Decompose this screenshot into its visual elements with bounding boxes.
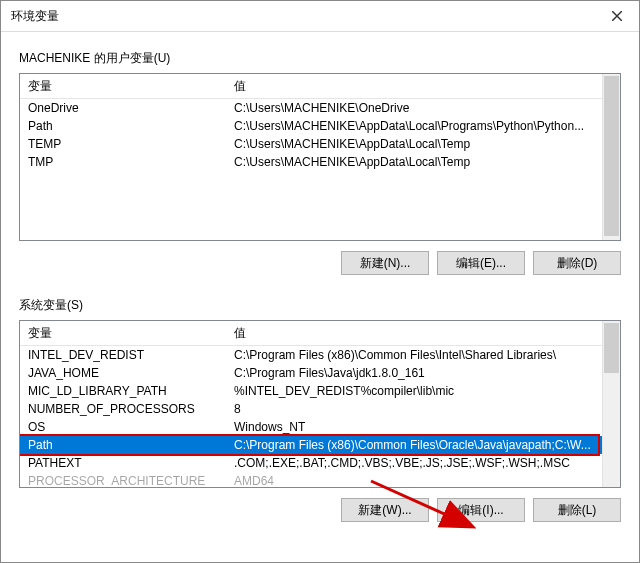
system-vars-list-inner: 变量 值 INTEL_DEV_REDIST C:\Program Files (…: [20, 321, 602, 487]
user-vars-headers: 变量 值: [20, 74, 602, 99]
var-value: C:\Users\MACHENIKE\AppData\Local\Temp: [226, 137, 602, 151]
table-row[interactable]: TEMP C:\Users\MACHENIKE\AppData\Local\Te…: [20, 135, 602, 153]
var-name: INTEL_DEV_REDIST: [20, 348, 226, 362]
table-row[interactable]: PROCESSOR_ARCHITECTURE AMD64: [20, 472, 602, 487]
system-edit-button[interactable]: 编辑(I)...: [437, 498, 525, 522]
var-name: JAVA_HOME: [20, 366, 226, 380]
var-value: Windows_NT: [226, 420, 602, 434]
var-name: Path: [20, 438, 226, 452]
user-vars-list-inner: 变量 值 OneDrive C:\Users\MACHENIKE\OneDriv…: [20, 74, 602, 240]
var-value: AMD64: [226, 474, 602, 487]
close-button[interactable]: [594, 1, 639, 31]
var-value: 8: [226, 402, 602, 416]
table-row[interactable]: NUMBER_OF_PROCESSORS 8: [20, 400, 602, 418]
col-header-value[interactable]: 值: [226, 78, 602, 95]
var-value: C:\Users\MACHENIKE\AppData\Local\Temp: [226, 155, 602, 169]
var-value: C:\Program Files (x86)\Common Files\Orac…: [226, 438, 602, 452]
system-delete-button[interactable]: 删除(L): [533, 498, 621, 522]
var-name: Path: [20, 119, 226, 133]
var-value: C:\Program Files (x86)\Common Files\Inte…: [226, 348, 602, 362]
system-vars-headers: 变量 值: [20, 321, 602, 346]
table-row[interactable]: Path C:\Users\MACHENIKE\AppData\Local\Pr…: [20, 117, 602, 135]
scroll-thumb[interactable]: [604, 323, 619, 373]
system-new-button[interactable]: 新建(W)...: [341, 498, 429, 522]
close-icon: [612, 11, 622, 21]
scrollbar[interactable]: [602, 74, 620, 240]
var-name: OS: [20, 420, 226, 434]
system-vars-list[interactable]: 变量 值 INTEL_DEV_REDIST C:\Program Files (…: [19, 320, 621, 488]
table-row[interactable]: MIC_LD_LIBRARY_PATH %INTEL_DEV_REDIST%co…: [20, 382, 602, 400]
table-row[interactable]: OneDrive C:\Users\MACHENIKE\OneDrive: [20, 99, 602, 117]
var-value: C:\Users\MACHENIKE\OneDrive: [226, 101, 602, 115]
col-header-name[interactable]: 变量: [20, 78, 226, 95]
user-delete-button[interactable]: 删除(D): [533, 251, 621, 275]
col-header-name[interactable]: 变量: [20, 325, 226, 342]
table-row[interactable]: PATHEXT .COM;.EXE;.BAT;.CMD;.VBS;.VBE;.J…: [20, 454, 602, 472]
var-name: OneDrive: [20, 101, 226, 115]
var-name: PATHEXT: [20, 456, 226, 470]
table-row-selected[interactable]: Path C:\Program Files (x86)\Common Files…: [20, 436, 602, 454]
var-value: .COM;.EXE;.BAT;.CMD;.VBS;.VBE;.JS;.JSE;.…: [226, 456, 602, 470]
system-vars-buttons: 新建(W)... 编辑(I)... 删除(L): [19, 498, 621, 522]
titlebar: 环境变量: [1, 1, 639, 32]
env-vars-dialog: 环境变量 MACHENIKE 的用户变量(U) 变量 值 OneDrive C:…: [0, 0, 640, 563]
table-row[interactable]: INTEL_DEV_REDIST C:\Program Files (x86)\…: [20, 346, 602, 364]
user-vars-label: MACHENIKE 的用户变量(U): [19, 50, 621, 67]
scroll-thumb[interactable]: [604, 76, 619, 236]
var-value: C:\Users\MACHENIKE\AppData\Local\Program…: [226, 119, 602, 133]
user-vars-buttons: 新建(N)... 编辑(E)... 删除(D): [19, 251, 621, 275]
var-name: MIC_LD_LIBRARY_PATH: [20, 384, 226, 398]
scrollbar[interactable]: [602, 321, 620, 487]
user-vars-list[interactable]: 变量 值 OneDrive C:\Users\MACHENIKE\OneDriv…: [19, 73, 621, 241]
var-name: NUMBER_OF_PROCESSORS: [20, 402, 226, 416]
dialog-body: MACHENIKE 的用户变量(U) 变量 值 OneDrive C:\User…: [1, 32, 639, 522]
window-title: 环境变量: [11, 8, 59, 25]
var-name: TMP: [20, 155, 226, 169]
var-value: C:\Program Files\Java\jdk1.8.0_161: [226, 366, 602, 380]
table-row[interactable]: TMP C:\Users\MACHENIKE\AppData\Local\Tem…: [20, 153, 602, 171]
col-header-value[interactable]: 值: [226, 325, 602, 342]
system-vars-label: 系统变量(S): [19, 297, 621, 314]
var-name: PROCESSOR_ARCHITECTURE: [20, 474, 226, 487]
var-name: TEMP: [20, 137, 226, 151]
var-value: %INTEL_DEV_REDIST%compiler\lib\mic: [226, 384, 602, 398]
user-new-button[interactable]: 新建(N)...: [341, 251, 429, 275]
user-edit-button[interactable]: 编辑(E)...: [437, 251, 525, 275]
table-row[interactable]: JAVA_HOME C:\Program Files\Java\jdk1.8.0…: [20, 364, 602, 382]
table-row[interactable]: OS Windows_NT: [20, 418, 602, 436]
